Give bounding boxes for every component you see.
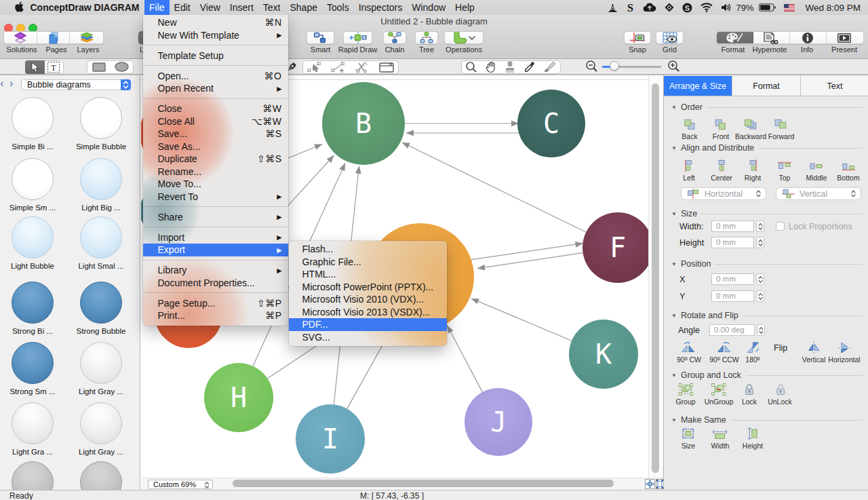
y-input[interactable]: 0 mm — [711, 290, 754, 302]
width-button[interactable]: Width — [711, 427, 730, 450]
make-same-section-header[interactable]: ▼Make Same — [671, 415, 863, 425]
export-menu-item-flash[interactable]: Flash... — [289, 243, 447, 256]
library-shape[interactable] — [12, 282, 54, 324]
group-button[interactable]: Group — [675, 383, 695, 406]
menubar-item-view[interactable]: View — [195, 0, 225, 15]
file-menu-item-move-to[interactable]: Move To... — [143, 178, 288, 191]
file-menu-item-new-with-template[interactable]: New With Template▶ — [143, 29, 288, 42]
export-menu-item-graphic-file[interactable]: Graphic File... — [289, 256, 447, 269]
menubar-item-insert[interactable]: Insert — [225, 0, 258, 15]
export-menu-item-microsoft-visio-2013-vsdx[interactable]: Microsoft Visio 2013 (VSDX)... — [289, 306, 447, 319]
lock-proportions-checkbox[interactable] — [776, 222, 785, 231]
menubar-app-name[interactable]: ConceptDraw DIAGRAM — [25, 0, 144, 15]
menubar-item-tools[interactable]: Tools — [322, 0, 354, 15]
wifi-icon[interactable] — [696, 3, 717, 12]
file-menu-item-close-all[interactable]: Close All⌥⌘W — [143, 115, 288, 128]
align-and-distribute-section-header[interactable]: ▼Align and Distribute — [671, 143, 863, 153]
grid-button[interactable] — [656, 31, 684, 44]
layers-button[interactable] — [70, 32, 103, 43]
zoom-slider-thumb[interactable] — [610, 61, 619, 71]
operations-button[interactable] — [444, 31, 484, 44]
width-input[interactable]: 0 mm — [711, 220, 754, 232]
add-point-tool[interactable] — [331, 62, 346, 73]
format-button[interactable] — [717, 32, 753, 43]
search-tool[interactable] — [465, 61, 477, 73]
pan-view-button[interactable] — [645, 479, 655, 489]
90-cw-button[interactable]: 90º CW — [677, 341, 701, 364]
pages-button[interactable] — [37, 32, 71, 43]
file-menu-item-duplicate[interactable]: Duplicate⇧⌘S — [143, 153, 288, 166]
size-section-header[interactable]: ▼Size — [671, 209, 863, 218]
solutions-button[interactable] — [4, 32, 37, 43]
file-menu-item-close[interactable]: Close⌘W — [143, 102, 288, 115]
hypernote-button[interactable] — [753, 32, 790, 43]
x-input[interactable]: 0 mm — [711, 273, 754, 285]
x-stepper[interactable] — [756, 273, 764, 285]
order-section-header[interactable]: ▼Order — [671, 102, 863, 112]
library-shape[interactable] — [80, 282, 122, 324]
export-menu-item-pdf[interactable]: PDF... — [289, 318, 447, 331]
align-horizontal-dropdown[interactable]: Horizontal — [681, 187, 766, 200]
menubar-item-window[interactable]: Window — [407, 0, 450, 15]
angle-stepper[interactable] — [757, 324, 765, 336]
right-button[interactable]: Right — [745, 159, 762, 182]
library-shape[interactable] — [12, 402, 54, 444]
info-button[interactable] — [790, 32, 827, 43]
library-shape[interactable] — [12, 216, 54, 258]
s-glyph-icon[interactable]: S — [622, 3, 639, 13]
menubar-item-text[interactable]: Text — [258, 0, 285, 15]
node-edit-tool[interactable] — [307, 62, 322, 73]
volume-icon[interactable] — [717, 3, 736, 12]
vertical-button[interactable]: Vertical — [802, 341, 825, 364]
arrow-cursor-tool[interactable] — [25, 60, 45, 74]
export-menu-item-microsoft-visio-2010-vdx[interactable]: Microsoft Visio 2010 (VDX)... — [289, 293, 447, 306]
zoom-level-control[interactable]: Custom 69% — [148, 480, 213, 489]
menubar-item-file[interactable]: File — [144, 0, 170, 15]
text-tool[interactable]: T — [45, 61, 63, 73]
library-drop-tool[interactable] — [379, 62, 394, 73]
menubar-clock[interactable]: Wed 8:09 PM — [799, 3, 861, 13]
menubar-item-shape[interactable]: Shape — [285, 0, 321, 15]
file-menu-item-open[interactable]: Open...⌘O — [143, 70, 288, 83]
horizontal-scrollbar-thumb[interactable] — [233, 480, 614, 487]
file-menu-item-library[interactable]: Library▶ — [143, 264, 288, 277]
hand-tool[interactable] — [485, 61, 497, 73]
file-menu-item-rename[interactable]: Rename... — [143, 166, 288, 178]
inspector-tab-text[interactable]: Text — [801, 76, 868, 96]
menubar-item-edit[interactable]: Edit — [170, 0, 195, 15]
library-shape[interactable] — [80, 216, 122, 258]
180--button[interactable]: 180º — [745, 341, 760, 364]
y-stepper[interactable] — [756, 290, 764, 302]
zoom-out-icon[interactable] — [585, 60, 598, 73]
angle-input[interactable]: 0.00 deg — [709, 324, 755, 336]
stamp-tool[interactable] — [504, 61, 516, 73]
zoom-in-icon[interactable] — [667, 60, 680, 73]
menubar-item-help[interactable]: Help — [450, 0, 479, 15]
file-menu-item-export[interactable]: Export▶ — [143, 244, 288, 256]
file-menu-item-share[interactable]: Share▶ — [143, 211, 288, 224]
library-shape[interactable] — [80, 97, 122, 139]
library-dropdown[interactable]: Bubble diagrams — [21, 79, 131, 90]
top-button[interactable]: Top — [778, 159, 791, 182]
eyedropper-tool[interactable] — [524, 61, 536, 73]
inspector-tab-format[interactable]: Format — [732, 76, 801, 96]
export-menu-item-svg[interactable]: SVG... — [289, 331, 447, 344]
vertical-scrollbar-thumb[interactable] — [652, 83, 659, 473]
battery-icon[interactable] — [755, 3, 780, 12]
align-vertical-dropdown[interactable]: Vertical — [776, 187, 861, 200]
skype-icon[interactable]: S — [678, 3, 696, 13]
file-menu-item-revert-to[interactable]: Revert To▶ — [143, 191, 288, 204]
export-menu-item-html[interactable]: HTML... — [289, 268, 447, 281]
library-shape[interactable] — [80, 402, 122, 444]
width-stepper[interactable] — [756, 220, 764, 232]
height-input[interactable]: 0 mm — [711, 237, 754, 248]
tree-button[interactable] — [415, 31, 438, 44]
inspector-tab-arrange-size[interactable]: Arrange & Size — [664, 76, 732, 96]
back-button[interactable]: Back — [682, 117, 697, 140]
forward-button[interactable]: Forward — [768, 117, 795, 140]
export-menu-item-microsoft-powerpoint-pptx[interactable]: Microsoft PowerPoint (PPTX)... — [289, 281, 447, 294]
snap-button[interactable] — [624, 31, 651, 44]
file-menu-item-save-as[interactable]: Save As... — [143, 140, 288, 153]
apple-menu[interactable] — [0, 0, 25, 15]
menubar-item-inspectors[interactable]: Inspectors — [354, 0, 408, 15]
